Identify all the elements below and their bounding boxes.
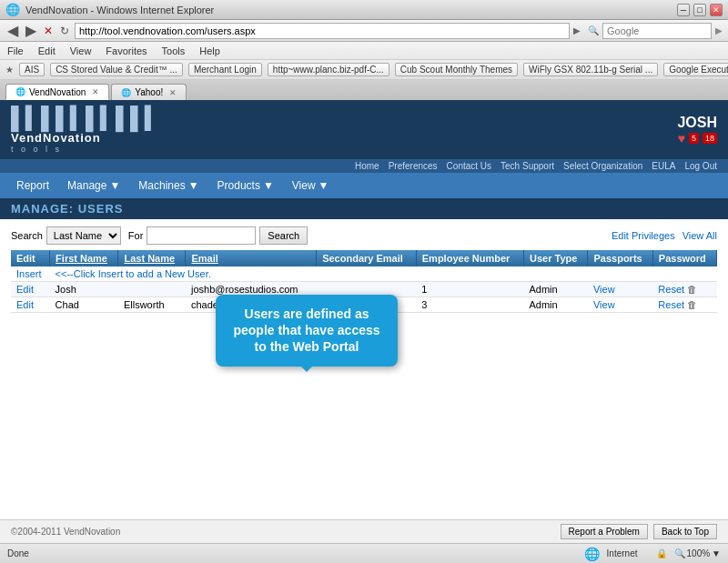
nav-manage[interactable]: Manage ▼ [58, 176, 129, 196]
col-edit: Edit [11, 250, 50, 266]
bookmark-0[interactable]: AIS [19, 63, 45, 76]
nav-preferences[interactable]: Preferences [389, 161, 438, 171]
barcode-graphic: ▌▍▌▌▍▌▍▌▌▍ [11, 106, 160, 131]
favorites-icon: ★ [5, 65, 14, 75]
bookmark-1[interactable]: CS Stored Value & Credit™ ... [50, 63, 183, 76]
view-all-link[interactable]: View All [682, 230, 717, 241]
forward-btn[interactable]: ▶ [24, 22, 38, 39]
search-label: Search [11, 230, 43, 241]
user-icons: ♥ 5 18 [678, 131, 717, 146]
search-row: Search Last Name For Search Edit Privile… [11, 226, 717, 245]
maximize-btn[interactable]: □ [693, 4, 706, 16]
nav-logout[interactable]: Log Out [684, 161, 717, 171]
nav-home[interactable]: Home [355, 161, 379, 171]
content-area: Search Last Name For Search Edit Privile… [0, 219, 728, 320]
nav-products[interactable]: Products ▼ [208, 176, 283, 196]
menu-favorites[interactable]: Favorites [106, 45, 147, 56]
refresh-btn[interactable]: ↻ [58, 25, 71, 37]
copyright: ©2004-2011 VendNovation [11, 527, 120, 537]
insert-row: Insert <<--Click Insert to add a New Use… [11, 266, 717, 282]
col-passports: Passports [588, 250, 652, 266]
passports-0: View [588, 282, 652, 297]
zoom-level: 100% [687, 548, 711, 558]
user-type-0: Admin [523, 282, 588, 297]
col-firstname[interactable]: First Name [50, 250, 118, 266]
delete-icon-0[interactable]: 🗑 [687, 284, 697, 295]
emp-num-0: 1 [416, 282, 523, 297]
browser-titlebar: 🌐 VendNovation - Windows Internet Explor… [0, 0, 728, 20]
tabs-bar: 🌐 VendNovation ✕ 🌐 Yahoo! ✕ [0, 80, 728, 100]
col-lastname[interactable]: Last Name [118, 250, 186, 266]
table-header-row: Edit First Name Last Name Email Secondar… [11, 250, 717, 266]
back-to-top-btn[interactable]: Back to Top [653, 524, 717, 539]
nav-eula[interactable]: EULA [652, 161, 675, 171]
app-header: ▌▍▌▌▍▌▍▌▌▍ VendNovation t o o l s JOSH ♥… [0, 100, 728, 159]
menu-view[interactable]: View [70, 45, 92, 56]
nav-machines-arrow: ▼ [188, 179, 199, 192]
badge-count1: 5 [689, 133, 699, 144]
nav-contact[interactable]: Contact Us [447, 161, 491, 171]
search-input[interactable] [147, 226, 256, 245]
search-go-btn[interactable]: ▶ [715, 25, 723, 35]
close-btn[interactable]: ✕ [710, 4, 723, 16]
zoom-icon: 🔍 [674, 548, 685, 558]
edit-privileges-link[interactable]: Edit Privileges [612, 230, 675, 241]
tab-yahoo[interactable]: 🌐 Yahoo! ✕ [111, 84, 187, 100]
nav-select-org[interactable]: Select Organization [563, 161, 642, 171]
nav-report[interactable]: Report [7, 176, 58, 196]
edit-link-1[interactable]: Edit [16, 299, 34, 310]
search-button[interactable]: Search [259, 226, 308, 245]
nav-machines[interactable]: Machines ▼ [129, 176, 207, 196]
delete-icon-1[interactable]: 🗑 [687, 299, 697, 310]
nav-manage-label: Manage [67, 179, 106, 192]
tab-close-1[interactable]: ✕ [169, 88, 177, 97]
browser-search-input[interactable] [602, 23, 712, 39]
address-bar[interactable] [75, 23, 570, 39]
search-field-select[interactable]: Last Name [46, 226, 121, 245]
search-right: Edit Privileges View All [612, 230, 717, 241]
tab-icon-0: 🌐 [15, 87, 25, 96]
bookmark-5[interactable]: WiFly GSX 802.11b-g Serial ... [523, 63, 658, 76]
col-email[interactable]: Email [186, 250, 317, 266]
internet-icon: 🌐 [584, 547, 600, 561]
nav-manage-arrow: ▼ [109, 179, 120, 192]
tools-label: t o o l s [11, 145, 160, 154]
menu-file[interactable]: File [7, 45, 24, 56]
tab-vendnovation[interactable]: 🌐 VendNovation ✕ [5, 84, 109, 100]
ie-icon: 🌐 [5, 3, 20, 16]
col-employee-number: Employee Number [416, 250, 523, 266]
report-problem-btn[interactable]: Report a Problem [561, 524, 648, 539]
menu-edit[interactable]: Edit [38, 45, 56, 56]
zoom-control[interactable]: 🔍 100% ▼ [674, 548, 721, 558]
tab-close-0[interactable]: ✕ [92, 87, 99, 96]
tab-icon-1: 🌐 [121, 88, 131, 97]
bookmark-2[interactable]: Merchant Login [188, 63, 262, 76]
passports-link-0[interactable]: View [593, 284, 615, 295]
menu-help[interactable]: Help [199, 45, 220, 56]
app-logo: VendNovation [11, 131, 101, 145]
status-bar: Done 🌐 Internet 🔒 🔍 100% ▼ [0, 543, 728, 563]
status-text: Done [7, 548, 584, 558]
stop-btn[interactable]: ✕ [42, 25, 55, 37]
passports-link-1[interactable]: View [593, 299, 615, 310]
nav-tech-support[interactable]: Tech Support [500, 161, 554, 171]
minimize-btn[interactable]: ─ [677, 4, 690, 16]
nav-machines-label: Machines [138, 179, 185, 192]
insert-link[interactable]: Insert [16, 268, 42, 279]
menu-bar: File Edit View Favorites Tools Help [0, 42, 728, 60]
firstname-1: Chad [50, 297, 118, 313]
insert-message: <<--Click Insert to add a New User. [50, 266, 717, 282]
user-type-1: Admin [523, 297, 588, 313]
menu-tools[interactable]: Tools [162, 45, 186, 56]
nav-view-arrow: ▼ [318, 179, 329, 192]
password-link-1[interactable]: Reset [658, 299, 684, 310]
password-link-0[interactable]: Reset [658, 284, 684, 295]
go-btn[interactable]: ▶ [573, 25, 581, 35]
bookmark-6[interactable]: Google Executive Employee... [663, 63, 728, 76]
nav-view[interactable]: View ▼ [283, 176, 339, 196]
bookmark-3[interactable]: http~www.planc.biz-pdf-C... [268, 63, 389, 76]
edit-link-0[interactable]: Edit [16, 284, 34, 295]
bookmark-4[interactable]: Cub Scout Monthly Themes [395, 63, 518, 76]
back-btn[interactable]: ◀ [5, 22, 20, 39]
col-secondary-email: Secondary Email [317, 250, 417, 266]
